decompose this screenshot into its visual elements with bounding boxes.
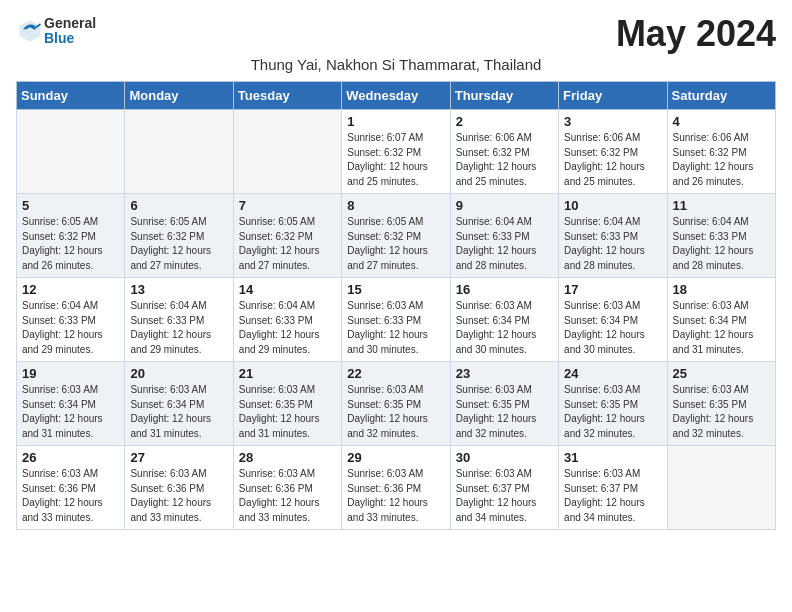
calendar-cell: 4Sunrise: 6:06 AM Sunset: 6:32 PM Daylig…	[667, 110, 775, 194]
day-info: Sunrise: 6:05 AM Sunset: 6:32 PM Dayligh…	[239, 215, 336, 273]
weekday-header: Thursday	[450, 82, 558, 110]
calendar-cell: 28Sunrise: 6:03 AM Sunset: 6:36 PM Dayli…	[233, 446, 341, 530]
day-number: 17	[564, 282, 661, 297]
calendar-cell: 23Sunrise: 6:03 AM Sunset: 6:35 PM Dayli…	[450, 362, 558, 446]
calendar-cell: 16Sunrise: 6:03 AM Sunset: 6:34 PM Dayli…	[450, 278, 558, 362]
calendar-cell	[233, 110, 341, 194]
day-number: 16	[456, 282, 553, 297]
day-info: Sunrise: 6:07 AM Sunset: 6:32 PM Dayligh…	[347, 131, 444, 189]
day-info: Sunrise: 6:03 AM Sunset: 6:34 PM Dayligh…	[22, 383, 119, 441]
calendar-cell: 6Sunrise: 6:05 AM Sunset: 6:32 PM Daylig…	[125, 194, 233, 278]
logo-blue-text: Blue	[44, 31, 96, 46]
day-number: 25	[673, 366, 770, 381]
weekday-header: Monday	[125, 82, 233, 110]
day-number: 24	[564, 366, 661, 381]
day-info: Sunrise: 6:03 AM Sunset: 6:36 PM Dayligh…	[239, 467, 336, 525]
day-number: 21	[239, 366, 336, 381]
calendar-cell: 20Sunrise: 6:03 AM Sunset: 6:34 PM Dayli…	[125, 362, 233, 446]
day-number: 6	[130, 198, 227, 213]
weekday-header: Tuesday	[233, 82, 341, 110]
generalblue-logo-icon	[16, 17, 44, 45]
calendar-cell: 25Sunrise: 6:03 AM Sunset: 6:35 PM Dayli…	[667, 362, 775, 446]
weekday-header: Saturday	[667, 82, 775, 110]
calendar-cell: 9Sunrise: 6:04 AM Sunset: 6:33 PM Daylig…	[450, 194, 558, 278]
calendar-cell: 3Sunrise: 6:06 AM Sunset: 6:32 PM Daylig…	[559, 110, 667, 194]
day-number: 31	[564, 450, 661, 465]
day-info: Sunrise: 6:03 AM Sunset: 6:36 PM Dayligh…	[22, 467, 119, 525]
day-number: 19	[22, 366, 119, 381]
day-info: Sunrise: 6:05 AM Sunset: 6:32 PM Dayligh…	[347, 215, 444, 273]
day-info: Sunrise: 6:03 AM Sunset: 6:34 PM Dayligh…	[564, 299, 661, 357]
day-info: Sunrise: 6:04 AM Sunset: 6:33 PM Dayligh…	[22, 299, 119, 357]
day-number: 15	[347, 282, 444, 297]
day-number: 3	[564, 114, 661, 129]
calendar-cell: 22Sunrise: 6:03 AM Sunset: 6:35 PM Dayli…	[342, 362, 450, 446]
day-info: Sunrise: 6:06 AM Sunset: 6:32 PM Dayligh…	[456, 131, 553, 189]
day-info: Sunrise: 6:03 AM Sunset: 6:36 PM Dayligh…	[347, 467, 444, 525]
day-info: Sunrise: 6:04 AM Sunset: 6:33 PM Dayligh…	[239, 299, 336, 357]
day-info: Sunrise: 6:04 AM Sunset: 6:33 PM Dayligh…	[673, 215, 770, 273]
day-info: Sunrise: 6:03 AM Sunset: 6:35 PM Dayligh…	[564, 383, 661, 441]
day-number: 8	[347, 198, 444, 213]
day-number: 9	[456, 198, 553, 213]
day-number: 14	[239, 282, 336, 297]
day-info: Sunrise: 6:03 AM Sunset: 6:33 PM Dayligh…	[347, 299, 444, 357]
day-number: 28	[239, 450, 336, 465]
calendar-cell	[17, 110, 125, 194]
calendar-cell: 29Sunrise: 6:03 AM Sunset: 6:36 PM Dayli…	[342, 446, 450, 530]
calendar-cell	[667, 446, 775, 530]
day-number: 29	[347, 450, 444, 465]
calendar-cell: 13Sunrise: 6:04 AM Sunset: 6:33 PM Dayli…	[125, 278, 233, 362]
weekday-header: Friday	[559, 82, 667, 110]
calendar-cell: 21Sunrise: 6:03 AM Sunset: 6:35 PM Dayli…	[233, 362, 341, 446]
calendar-cell: 2Sunrise: 6:06 AM Sunset: 6:32 PM Daylig…	[450, 110, 558, 194]
calendar-cell: 7Sunrise: 6:05 AM Sunset: 6:32 PM Daylig…	[233, 194, 341, 278]
day-number: 26	[22, 450, 119, 465]
calendar-cell	[125, 110, 233, 194]
day-info: Sunrise: 6:05 AM Sunset: 6:32 PM Dayligh…	[22, 215, 119, 273]
day-number: 10	[564, 198, 661, 213]
calendar-cell: 1Sunrise: 6:07 AM Sunset: 6:32 PM Daylig…	[342, 110, 450, 194]
day-info: Sunrise: 6:03 AM Sunset: 6:35 PM Dayligh…	[239, 383, 336, 441]
day-info: Sunrise: 6:03 AM Sunset: 6:34 PM Dayligh…	[456, 299, 553, 357]
calendar-cell: 11Sunrise: 6:04 AM Sunset: 6:33 PM Dayli…	[667, 194, 775, 278]
day-info: Sunrise: 6:03 AM Sunset: 6:35 PM Dayligh…	[347, 383, 444, 441]
day-info: Sunrise: 6:03 AM Sunset: 6:34 PM Dayligh…	[673, 299, 770, 357]
calendar-cell: 15Sunrise: 6:03 AM Sunset: 6:33 PM Dayli…	[342, 278, 450, 362]
day-info: Sunrise: 6:03 AM Sunset: 6:36 PM Dayligh…	[130, 467, 227, 525]
logo: General Blue	[16, 16, 96, 47]
day-info: Sunrise: 6:03 AM Sunset: 6:37 PM Dayligh…	[564, 467, 661, 525]
day-number: 18	[673, 282, 770, 297]
day-info: Sunrise: 6:04 AM Sunset: 6:33 PM Dayligh…	[564, 215, 661, 273]
calendar-cell: 31Sunrise: 6:03 AM Sunset: 6:37 PM Dayli…	[559, 446, 667, 530]
calendar-cell: 17Sunrise: 6:03 AM Sunset: 6:34 PM Dayli…	[559, 278, 667, 362]
calendar-cell: 14Sunrise: 6:04 AM Sunset: 6:33 PM Dayli…	[233, 278, 341, 362]
day-number: 11	[673, 198, 770, 213]
day-number: 23	[456, 366, 553, 381]
calendar-cell: 24Sunrise: 6:03 AM Sunset: 6:35 PM Dayli…	[559, 362, 667, 446]
day-info: Sunrise: 6:05 AM Sunset: 6:32 PM Dayligh…	[130, 215, 227, 273]
location-subtitle: Thung Yai, Nakhon Si Thammarat, Thailand	[16, 56, 776, 73]
day-number: 4	[673, 114, 770, 129]
calendar-cell: 10Sunrise: 6:04 AM Sunset: 6:33 PM Dayli…	[559, 194, 667, 278]
calendar-cell: 5Sunrise: 6:05 AM Sunset: 6:32 PM Daylig…	[17, 194, 125, 278]
weekday-header: Wednesday	[342, 82, 450, 110]
header: General Blue May 2024	[16, 16, 776, 52]
day-info: Sunrise: 6:03 AM Sunset: 6:34 PM Dayligh…	[130, 383, 227, 441]
calendar-cell: 26Sunrise: 6:03 AM Sunset: 6:36 PM Dayli…	[17, 446, 125, 530]
calendar-cell: 18Sunrise: 6:03 AM Sunset: 6:34 PM Dayli…	[667, 278, 775, 362]
day-info: Sunrise: 6:04 AM Sunset: 6:33 PM Dayligh…	[456, 215, 553, 273]
weekday-header: Sunday	[17, 82, 125, 110]
day-info: Sunrise: 6:04 AM Sunset: 6:33 PM Dayligh…	[130, 299, 227, 357]
day-number: 30	[456, 450, 553, 465]
day-info: Sunrise: 6:03 AM Sunset: 6:37 PM Dayligh…	[456, 467, 553, 525]
day-number: 27	[130, 450, 227, 465]
calendar-cell: 27Sunrise: 6:03 AM Sunset: 6:36 PM Dayli…	[125, 446, 233, 530]
month-year-title: May 2024	[616, 16, 776, 52]
day-number: 5	[22, 198, 119, 213]
day-info: Sunrise: 6:06 AM Sunset: 6:32 PM Dayligh…	[673, 131, 770, 189]
calendar-cell: 30Sunrise: 6:03 AM Sunset: 6:37 PM Dayli…	[450, 446, 558, 530]
day-info: Sunrise: 6:03 AM Sunset: 6:35 PM Dayligh…	[456, 383, 553, 441]
calendar-cell: 8Sunrise: 6:05 AM Sunset: 6:32 PM Daylig…	[342, 194, 450, 278]
calendar-cell: 12Sunrise: 6:04 AM Sunset: 6:33 PM Dayli…	[17, 278, 125, 362]
